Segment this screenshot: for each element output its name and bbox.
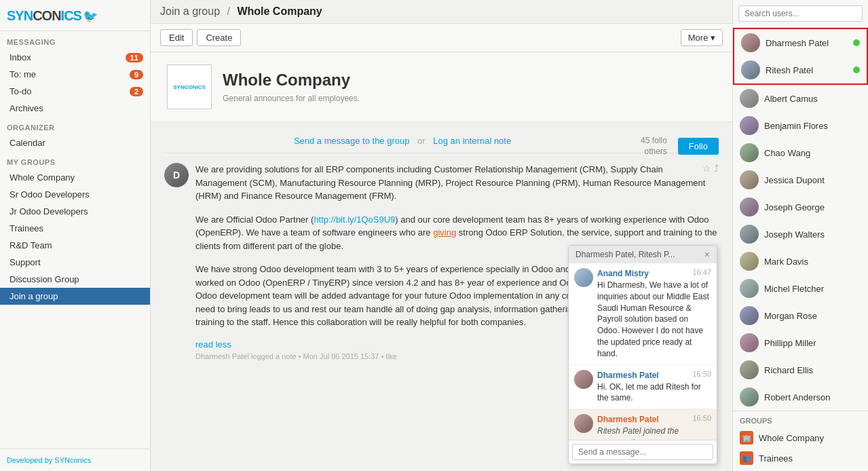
send-message-link[interactable]: Send a message to the group <box>294 136 410 146</box>
chat-close-button[interactable]: × <box>704 249 710 260</box>
avatar-albert <box>740 89 759 108</box>
main-content: Join a group / Whole Company Edit Create… <box>151 0 732 471</box>
sidebar-item-archives[interactable]: Archives <box>0 100 150 117</box>
avatar-joseph-walters <box>740 225 759 244</box>
search-users-input[interactable] <box>738 5 863 22</box>
online-indicator-ritesh <box>853 67 860 73</box>
user-michel[interactable]: Michel Fletcher <box>733 275 868 302</box>
user-name-joseph-walters: Joseph Walters <box>764 229 861 240</box>
breadcrumb-link[interactable]: Join a group <box>160 5 220 17</box>
sidebar: SYNCONICS 🐦 Messaging Inbox 11 To: me 9 … <box>0 0 151 471</box>
sidebar-item-jr-odoo[interactable]: Jr Odoo Developers <box>0 203 150 220</box>
breadcrumb-separator: / <box>227 5 230 17</box>
user-name-albert: Albert Camus <box>764 94 861 104</box>
group-item-trainees[interactable]: 👥 Trainees <box>733 448 868 468</box>
chat-time-3: 16:50 <box>692 414 711 422</box>
to-me-badge: 9 <box>130 70 143 79</box>
user-joseph-george[interactable]: Joseph George <box>733 193 868 221</box>
user-mark[interactable]: Mark Davis <box>733 248 868 275</box>
user-chao[interactable]: Chao Wang <box>733 139 868 166</box>
user-benjamin[interactable]: Benjamin Flores <box>733 112 868 139</box>
chat-input[interactable] <box>572 444 713 460</box>
sidebar-item-join-group[interactable]: Join a group <box>0 288 150 305</box>
sidebar-item-sr-odoo[interactable]: Sr Odoo Developers <box>0 186 150 203</box>
group-logo-text: SYNCONICS <box>173 84 206 90</box>
user-morgan[interactable]: Morgan Rose <box>733 302 868 329</box>
sidebar-item-to-do[interactable]: To-do 2 <box>0 83 150 100</box>
group-name-whole-company: Whole Company <box>759 433 824 443</box>
post-text-1: We are providing solutions for all ERP c… <box>195 163 719 203</box>
user-dharmesh[interactable]: Dharmesh Patel <box>734 29 867 56</box>
user-name-phillipp: Phillipp Miller <box>764 338 861 348</box>
online-indicator-dharmesh <box>853 39 860 46</box>
sidebar-item-whole-company[interactable]: Whole Company <box>0 169 150 186</box>
user-joseph-walters[interactable]: Joseph Walters <box>733 221 868 248</box>
user-ritesh[interactable]: Ritesh Patel <box>734 56 867 83</box>
follow-button[interactable]: Follo <box>678 138 719 155</box>
chat-message-3: Dharmesh Patel 16:50 Ritesh Patel joined… <box>569 409 717 440</box>
sidebar-item-to-me[interactable]: To: me 9 <box>0 66 150 83</box>
chat-message-1: Anand Mistry 16:47 Hi Dharmesh, We have … <box>569 263 717 365</box>
chat-msg-content-3: Dharmesh Patel 16:50 Ritesh Patel joined… <box>597 414 711 440</box>
user-name-dharmesh: Dharmesh Patel <box>766 38 848 48</box>
chat-sender-3: Dharmesh Patel <box>597 415 659 424</box>
online-users-box: Dharmesh Patel Ritesh Patel <box>733 28 868 85</box>
group-name-trainees: Trainees <box>759 453 793 464</box>
footer-brand[interactable]: SYN <box>54 456 70 464</box>
star-button[interactable]: ☆ <box>702 163 711 174</box>
avatar-mark <box>740 252 759 271</box>
sidebar-footer: Developed by SYNconics <box>0 449 150 471</box>
create-button[interactable]: Create <box>197 29 241 46</box>
breadcrumb-current: Whole Company <box>237 5 322 17</box>
group-item-support[interactable]: 💬 Support <box>733 468 868 471</box>
chat-popup-header: Dharmesh Patel, Ritesh P... × <box>569 246 717 263</box>
logo-ics: ICS <box>61 8 81 24</box>
post-author-avatar: D <box>164 163 189 187</box>
chat-input-area <box>569 440 717 464</box>
footer-brand2: conics <box>70 456 91 464</box>
read-less-link[interactable]: read less <box>195 339 231 350</box>
user-richard[interactable]: Richard Ellis <box>733 356 868 383</box>
chat-msg-content-1: Anand Mistry 16:47 Hi Dharmesh, We have … <box>597 268 711 360</box>
chat-avatar-1 <box>574 268 593 287</box>
avatar-ritesh <box>741 60 760 79</box>
avatar-joseph-george <box>740 197 759 216</box>
user-name-mark: Mark Davis <box>764 257 861 267</box>
sidebar-item-support[interactable]: Support <box>0 254 150 271</box>
user-jessica[interactable]: Jessica Dupont <box>733 166 868 193</box>
sidebar-item-inbox[interactable]: Inbox 11 <box>0 49 150 66</box>
odoo-link[interactable]: http://bit.ly/1QoS9U9 <box>314 214 395 225</box>
group-info: Whole Company General announces for all … <box>223 71 360 103</box>
logo-icon: 🐦 <box>83 9 98 24</box>
chat-text-1: Hi Dharmesh, We have a lot of inquiries … <box>597 280 711 360</box>
user-phillipp[interactable]: Phillipp Miller <box>733 329 868 356</box>
chat-message-2: Dharmesh Patel 16:50 Hi. OK, let me add … <box>569 365 717 410</box>
user-name-richard: Richard Ellis <box>764 365 861 375</box>
user-name-ritesh: Ritesh Patel <box>766 65 848 75</box>
avatar-morgan <box>740 306 759 325</box>
user-robert[interactable]: Robert Anderson <box>733 383 868 411</box>
more-button[interactable]: More <box>681 29 723 46</box>
right-panel: Dharmesh Patel Ritesh Patel Albert Camus… <box>732 0 868 471</box>
breadcrumb: Join a group / Whole Company <box>160 5 723 18</box>
groups-section-label: Groups <box>733 411 868 428</box>
user-name-chao: Chao Wang <box>764 148 861 158</box>
sidebar-item-discussion-group[interactable]: Discussion Group <box>0 271 150 288</box>
chat-text-3: Ritesh Patel joined the conversation. <box>597 426 711 440</box>
toolbar: Edit Create More <box>151 24 732 52</box>
organizer-section-label: Organizer <box>0 117 150 134</box>
avatar-robert <box>740 388 759 407</box>
sidebar-item-rd-team[interactable]: R&D Team <box>0 237 150 254</box>
or-separator: or <box>417 136 426 146</box>
sidebar-item-trainees[interactable]: Trainees <box>0 220 150 237</box>
user-albert[interactable]: Albert Camus <box>733 85 868 112</box>
sidebar-item-calendar[interactable]: Calendar <box>0 134 150 151</box>
user-name-michel: Michel Fletcher <box>764 284 861 294</box>
log-note-link[interactable]: Log an internal note <box>433 136 511 146</box>
logo-syn: SYN <box>7 8 33 24</box>
chat-msg-content-2: Dharmesh Patel 16:50 Hi. OK, let me add … <box>597 370 711 404</box>
avatar-benjamin <box>740 116 759 135</box>
edit-button[interactable]: Edit <box>160 29 193 46</box>
group-item-whole-company[interactable]: 🏢 Whole Company <box>733 428 868 448</box>
share-button[interactable]: ⤴ <box>714 163 719 174</box>
